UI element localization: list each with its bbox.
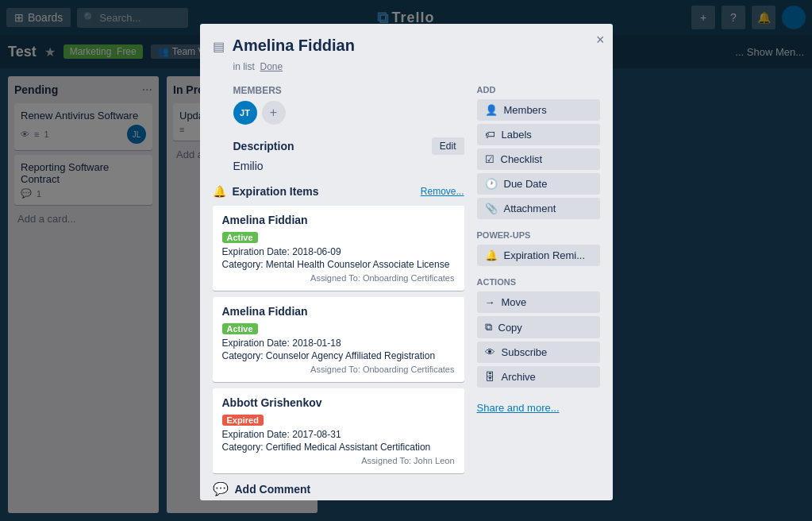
- expiration-item-0[interactable]: Amelina Fiddian Active Expiration Date: …: [213, 206, 464, 291]
- copy-button[interactable]: ⧉ Copy: [477, 316, 600, 338]
- subscribe-button[interactable]: 👁 Subscribe: [477, 342, 600, 363]
- expiration-section-header: 🔔 Expiration Items Remove...: [213, 185, 464, 198]
- modal-members-section: Members JT +: [233, 85, 464, 125]
- exp-item-name-2: Abbott Grishenkov: [222, 396, 455, 409]
- remove-button[interactable]: Remove...: [421, 186, 464, 197]
- description-text: Emilio: [233, 160, 464, 172]
- exp-date-0: Expiration Date: 2018-06-09: [222, 246, 455, 257]
- add-comment-label: Add Comment: [235, 483, 311, 496]
- in-list-label: in list: [233, 61, 255, 72]
- expiration-btn-label: Expiration Remi...: [504, 249, 586, 261]
- copy-btn-label: Copy: [498, 322, 522, 334]
- expiration-reminder-button[interactable]: 🔔 Expiration Remi...: [477, 245, 600, 266]
- members-section-title: Members: [233, 85, 464, 96]
- modal-sidebar: Add 👤 Members 🏷 Labels ☑ Checklist 🕐: [477, 85, 600, 496]
- reminder-icon: 🔔: [485, 249, 498, 261]
- move-btn-label: Move: [502, 296, 527, 308]
- description-section: Description Edit Emilio: [233, 137, 464, 172]
- sidebar-add-title: Add: [477, 85, 600, 95]
- modal-close-button[interactable]: ×: [596, 32, 605, 48]
- person-icon: 👤: [485, 104, 498, 116]
- add-comment-section: 💬 Add Comment: [213, 481, 464, 496]
- due-date-btn-label: Due Date: [504, 178, 548, 190]
- exp-category-2: Category: Certified Medical Assistant Ce…: [222, 442, 455, 453]
- sidebar-power-ups-group: Power-Ups 🔔 Expiration Remi...: [477, 230, 600, 266]
- move-icon: →: [485, 296, 495, 308]
- tag-icon: 🏷: [485, 129, 495, 141]
- exp-date-2: Expiration Date: 2017-08-31: [222, 429, 455, 440]
- modal-overlay[interactable]: × ▤ Amelina Fiddian in list Done Members…: [0, 0, 812, 521]
- modal-main: Members JT + Description Edit Emilio: [213, 85, 464, 496]
- attachment-sidebar-button[interactable]: 📎 Attachment: [477, 198, 600, 219]
- modal-title: Amelina Fiddian: [233, 37, 600, 55]
- archive-icon: 🗄: [485, 371, 495, 383]
- exp-assigned-2: Assigned To: John Leon: [222, 456, 455, 465]
- checklist-btn-label: Checklist: [501, 153, 543, 165]
- copy-icon: ⧉: [485, 321, 492, 334]
- comment-icon: 💬: [213, 481, 229, 496]
- labels-sidebar-button[interactable]: 🏷 Labels: [477, 124, 600, 145]
- description-edit-button[interactable]: Edit: [432, 137, 464, 155]
- due-date-sidebar-button[interactable]: 🕐 Due Date: [477, 173, 600, 195]
- modal-inner: Members JT + Description Edit Emilio: [213, 85, 600, 496]
- expiration-title: 🔔 Expiration Items: [213, 185, 319, 198]
- modal-header: ▤ Amelina Fiddian: [213, 37, 600, 55]
- add-member-button[interactable]: +: [262, 101, 286, 125]
- exp-category-0: Category: Mental Health Counselor Associ…: [222, 259, 455, 270]
- sidebar-power-ups-title: Power-Ups: [477, 230, 600, 240]
- expiration-item-1[interactable]: Amelina Fiddian Active Expiration Date: …: [213, 297, 464, 382]
- alarm-icon: 🔔: [213, 185, 226, 198]
- attachment-btn-label: Attachment: [504, 203, 556, 214]
- archive-button[interactable]: 🗄 Archive: [477, 366, 600, 388]
- list-name-link[interactable]: Done: [260, 61, 283, 72]
- members-row: JT +: [233, 101, 464, 125]
- exp-assigned-0: Assigned To: Onboarding Certificates: [222, 273, 455, 283]
- sidebar-add-group: Add 👤 Members 🏷 Labels ☑ Checklist 🕐: [477, 85, 600, 219]
- expiration-section: 🔔 Expiration Items Remove... Amelina Fid…: [213, 185, 464, 473]
- status-badge-2: Expired: [222, 415, 264, 426]
- description-label: Description: [233, 140, 425, 152]
- exp-assigned-1: Assigned To: Onboarding Certificates: [222, 365, 455, 374]
- subscribe-icon: 👁: [485, 346, 495, 358]
- status-badge-0: Active: [222, 232, 258, 243]
- status-badge-1: Active: [222, 323, 258, 334]
- share-link[interactable]: Share and more...: [477, 399, 560, 417]
- member-avatar-jt[interactable]: JT: [233, 101, 257, 125]
- sidebar-actions-group: Actions → Move ⧉ Copy 👁 Subscribe 🗄: [477, 277, 600, 388]
- labels-btn-label: Labels: [502, 129, 532, 141]
- members-btn-label: Members: [504, 104, 547, 116]
- card-icon: ▤: [213, 39, 225, 54]
- members-sidebar-button[interactable]: 👤 Members: [477, 99, 600, 121]
- attachment-icon: 📎: [485, 203, 498, 214]
- checklist-icon: ☑: [485, 153, 495, 165]
- archive-btn-label: Archive: [502, 371, 536, 383]
- clock-icon: 🕐: [485, 178, 498, 190]
- exp-item-name-0: Amelina Fiddian: [222, 214, 455, 226]
- checklist-sidebar-button[interactable]: ☑ Checklist: [477, 149, 600, 170]
- modal-list-info: in list Done: [233, 61, 600, 72]
- move-button[interactable]: → Move: [477, 291, 600, 313]
- subscribe-btn-label: Subscribe: [502, 346, 548, 358]
- expiration-item-2[interactable]: Abbott Grishenkov Expired Expiration Dat…: [213, 388, 464, 473]
- exp-item-name-1: Amelina Fiddian: [222, 305, 455, 318]
- exp-date-1: Expiration Date: 2018-01-18: [222, 338, 455, 349]
- sidebar-actions-title: Actions: [477, 277, 600, 287]
- desc-row: Description Edit: [233, 137, 464, 155]
- expiration-label: Expiration Items: [233, 185, 319, 198]
- card-modal: × ▤ Amelina Fiddian in list Done Members…: [200, 24, 613, 500]
- exp-category-1: Category: Counselor Agency Affiliated Re…: [222, 350, 455, 361]
